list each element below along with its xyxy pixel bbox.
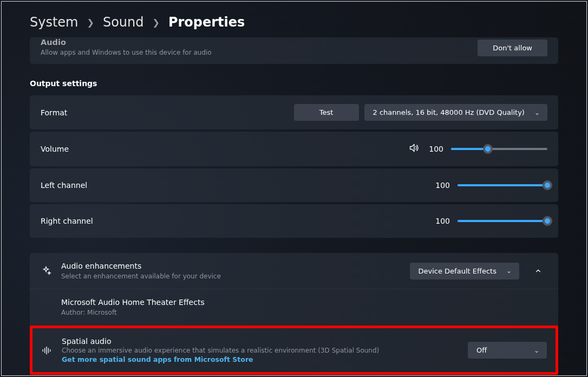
spatial-audio-subtitle: Choose an immersive audio experience tha… bbox=[62, 347, 379, 354]
breadcrumb-properties: Properties bbox=[168, 15, 245, 30]
chevron-down-icon: ⌄ bbox=[534, 109, 540, 116]
volume-slider[interactable] bbox=[451, 143, 547, 155]
left-channel-label: Left channel bbox=[41, 181, 87, 190]
enhancement-item-author: Author: Microsoft bbox=[61, 309, 205, 316]
enhancements-dropdown-value: Device Default Effects bbox=[419, 267, 496, 275]
audio-enhancements-subtitle: Select an enhancement available for your… bbox=[61, 272, 221, 280]
format-label: Format bbox=[41, 108, 67, 117]
right-channel-label: Right channel bbox=[41, 217, 93, 225]
spatial-audio-dropdown[interactable]: Off ⌄ bbox=[468, 342, 547, 359]
format-card: Format Test 2 channels, 16 bit, 48000 Hz… bbox=[30, 95, 558, 129]
dont-allow-button[interactable]: Don't allow bbox=[478, 40, 547, 56]
left-channel-value: 100 bbox=[434, 181, 450, 190]
spatial-audio-dropdown-value: Off bbox=[476, 346, 487, 354]
output-settings-heading: Output settings bbox=[30, 79, 558, 88]
left-channel-card: Left channel 100 bbox=[30, 168, 558, 202]
chevron-right-icon: ❯ bbox=[152, 17, 159, 28]
general-audio-title: Audio bbox=[41, 38, 212, 47]
speaker-icon[interactable] bbox=[409, 142, 420, 155]
breadcrumb-system[interactable]: System bbox=[30, 15, 79, 30]
breadcrumb: System ❯ Sound ❯ Properties bbox=[30, 15, 558, 30]
enhancement-item-title: Microsoft Audio Home Theater Effects bbox=[61, 298, 205, 307]
enhancements-dropdown[interactable]: Device Default Effects ⌄ bbox=[410, 263, 519, 280]
right-channel-card: Right channel 100 bbox=[30, 204, 558, 238]
format-dropdown[interactable]: 2 channels, 16 bit, 48000 Hz (DVD Qualit… bbox=[364, 104, 547, 121]
right-channel-slider[interactable] bbox=[458, 215, 547, 227]
spatial-audio-title: Spatial audio bbox=[62, 337, 379, 346]
general-audio-card: Audio Allow apps and Windows to use this… bbox=[30, 37, 558, 64]
highlight-spatial-audio: Spatial audio Choose an immersive audio … bbox=[30, 326, 558, 375]
volume-value: 100 bbox=[427, 145, 443, 153]
svg-marker-0 bbox=[410, 144, 415, 151]
chevron-down-icon: ⌄ bbox=[506, 267, 512, 275]
general-audio-subtitle: Allow apps and Windows to use this devic… bbox=[41, 49, 212, 56]
volume-label: Volume bbox=[41, 145, 69, 153]
chevron-right-icon: ❯ bbox=[87, 17, 94, 28]
breadcrumb-sound[interactable]: Sound bbox=[103, 15, 144, 30]
output-settings-group: Format Test 2 channels, 16 bit, 48000 Hz… bbox=[30, 95, 558, 238]
sparkle-icon bbox=[41, 265, 51, 276]
left-channel-slider[interactable] bbox=[458, 179, 547, 191]
format-dropdown-value: 2 channels, 16 bit, 48000 Hz (DVD Qualit… bbox=[373, 108, 525, 116]
spatial-audio-icon bbox=[41, 345, 52, 356]
settings-page: System ❯ Sound ❯ Properties Audio Allow … bbox=[1, 1, 587, 376]
volume-card: Volume 100 bbox=[30, 132, 558, 166]
chevron-down-icon: ⌄ bbox=[534, 347, 539, 354]
spatial-audio-store-link[interactable]: Get more spatial sound apps from Microso… bbox=[62, 355, 379, 363]
audio-enhancements-row: Audio enhancements Select an enhancement… bbox=[30, 253, 558, 289]
audio-enhancements-title: Audio enhancements bbox=[61, 262, 221, 270]
enhancement-item-row[interactable]: Microsoft Audio Home Theater Effects Aut… bbox=[30, 289, 558, 325]
enhancements-spatial-card: Audio enhancements Select an enhancement… bbox=[30, 253, 558, 375]
right-channel-value: 100 bbox=[434, 217, 450, 225]
collapse-button[interactable] bbox=[529, 262, 547, 280]
format-test-button[interactable]: Test bbox=[294, 104, 359, 121]
